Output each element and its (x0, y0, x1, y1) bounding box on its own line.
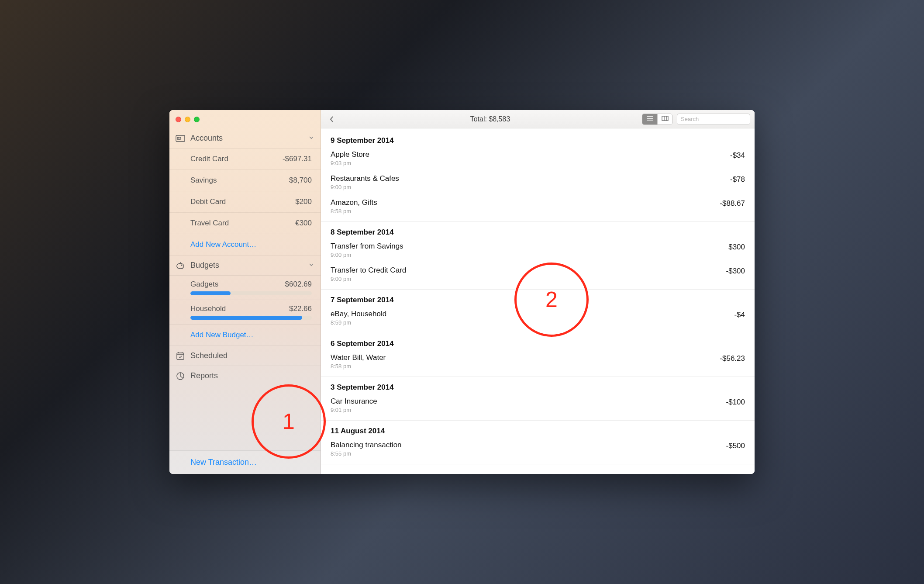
transaction-date-group: 9 September 2014Apple Store9:03 pm-$34Re… (321, 130, 755, 222)
window-close-button[interactable] (176, 117, 181, 122)
transaction-time: 8:59 pm (331, 319, 734, 326)
account-name: Travel Card (190, 219, 295, 228)
transaction-amount: -$56.23 (720, 354, 745, 363)
account-amount: -$697.31 (283, 155, 312, 163)
transaction-amount: -$4 (734, 311, 745, 319)
svg-text:$: $ (178, 137, 179, 139)
transaction-time: 9:00 pm (331, 184, 730, 190)
transaction-date-header: 9 September 2014 (331, 136, 745, 147)
transaction-title: Water Bill, Water (331, 353, 720, 362)
sidebar-section-budgets[interactable]: Budgets (169, 256, 321, 276)
transaction-date-group: 11 August 2014Balancing transaction8:55 … (321, 421, 755, 464)
chevron-down-icon (308, 134, 314, 143)
toolbar: Total: $8,583 (321, 110, 755, 128)
window-titlebar (169, 110, 321, 128)
budget-name: Gadgets (190, 280, 285, 289)
transaction-row[interactable]: eBay, Household8:59 pm-$4 (331, 306, 745, 330)
sidebar-account-item[interactable]: Savings$8,700 (169, 170, 321, 191)
account-name: Debit Card (190, 197, 295, 206)
account-amount: €300 (295, 219, 312, 228)
sidebar-section-budgets-label: Budgets (190, 261, 303, 270)
calendar-check-icon (176, 352, 185, 360)
account-amount: $200 (295, 197, 312, 206)
transaction-time: 9:00 pm (331, 252, 728, 258)
transaction-title: Restaurants & Cafes (331, 174, 730, 183)
sidebar-section-accounts-label: Accounts (190, 134, 303, 143)
sidebar: $ Accounts Credit Card-$697.31Savings$8,… (169, 110, 321, 474)
sidebar-section-accounts[interactable]: $ Accounts (169, 128, 321, 149)
search-input[interactable] (677, 114, 750, 125)
transaction-time: 8:58 pm (331, 208, 720, 214)
transaction-row[interactable]: Transfer from Savings9:00 pm$300 (331, 238, 745, 263)
account-name: Credit Card (190, 155, 283, 163)
transaction-row[interactable]: Transfer to Credit Card9:00 pm-$300 (331, 263, 745, 287)
transaction-date-header: 7 September 2014 (331, 296, 745, 306)
sidebar-account-item[interactable]: Debit Card$200 (169, 191, 321, 213)
add-budget-link[interactable]: Add New Budget… (169, 325, 321, 346)
toolbar-title: Total: $8,583 (343, 115, 638, 123)
pie-chart-icon (176, 372, 185, 380)
transaction-date-header: 3 September 2014 (331, 383, 745, 394)
transaction-date-header: 8 September 2014 (331, 228, 745, 238)
budget-progress-bar (190, 291, 312, 295)
back-button[interactable] (325, 114, 338, 125)
transaction-amount: -$300 (726, 267, 745, 276)
transaction-title: Apple Store (331, 150, 730, 159)
transaction-row[interactable]: Balancing transaction8:55 pm-$500 (331, 437, 745, 461)
transaction-amount: -$100 (726, 398, 745, 407)
transaction-row[interactable]: Car Insurance9:01 pm-$100 (331, 394, 745, 418)
list-icon (646, 116, 653, 122)
list-view-button[interactable] (642, 114, 657, 124)
wallet-icon: $ (176, 135, 185, 142)
transaction-list[interactable]: 9 September 2014Apple Store9:03 pm-$34Re… (321, 128, 755, 474)
transaction-date-header: 6 September 2014 (331, 339, 745, 350)
new-transaction-button[interactable]: New Transaction… (169, 450, 321, 474)
transaction-amount: $300 (728, 243, 745, 252)
window-minimize-button[interactable] (185, 117, 190, 122)
sidebar-section-reports[interactable]: Reports (169, 366, 321, 386)
main-pane: Total: $8,583 9 September 2014Apple Stor… (321, 110, 755, 474)
transaction-amount: -$78 (730, 175, 745, 184)
sidebar-content: $ Accounts Credit Card-$697.31Savings$8,… (169, 128, 321, 450)
transaction-amount: -$34 (730, 151, 745, 160)
account-amount: $8,700 (289, 176, 312, 185)
transaction-date-header: 11 August 2014 (331, 427, 745, 437)
sidebar-account-item[interactable]: Credit Card-$697.31 (169, 149, 321, 170)
svg-rect-7 (662, 116, 668, 121)
transaction-title: Car Insurance (331, 397, 726, 406)
sidebar-account-item[interactable]: Travel Card€300 (169, 213, 321, 234)
transaction-title: eBay, Household (331, 310, 734, 318)
transaction-row[interactable]: Water Bill, Water8:58 pm-$56.23 (331, 350, 745, 374)
budget-amount: $602.69 (285, 280, 312, 289)
transaction-time: 8:58 pm (331, 363, 720, 370)
transaction-time: 9:01 pm (331, 407, 726, 413)
transaction-title: Balancing transaction (331, 441, 726, 449)
svg-point-3 (177, 263, 184, 269)
transaction-time: 9:03 pm (331, 160, 730, 166)
app-window: $ Accounts Credit Card-$697.31Savings$8,… (169, 110, 755, 474)
add-account-link[interactable]: Add New Account… (169, 234, 321, 256)
sidebar-section-reports-label: Reports (190, 371, 314, 380)
sidebar-budget-item[interactable]: Household$22.66 (169, 300, 321, 325)
columns-icon (662, 116, 669, 122)
piggy-bank-icon (176, 262, 185, 270)
sidebar-section-scheduled[interactable]: Scheduled (169, 346, 321, 366)
budget-name: Household (190, 304, 289, 313)
account-name: Savings (190, 176, 289, 185)
sidebar-section-scheduled-label: Scheduled (190, 351, 314, 360)
transaction-date-group: 8 September 2014Transfer from Savings9:0… (321, 222, 755, 290)
transaction-row[interactable]: Amazon, Gifts8:58 pm-$88.67 (331, 195, 745, 219)
window-zoom-button[interactable] (194, 117, 200, 122)
transaction-row[interactable]: Apple Store9:03 pm-$34 (331, 147, 745, 171)
svg-rect-5 (177, 353, 184, 359)
sidebar-budget-item[interactable]: Gadgets$602.69 (169, 276, 321, 300)
transaction-title: Transfer to Credit Card (331, 266, 726, 275)
column-view-button[interactable] (657, 114, 672, 124)
budget-amount: $22.66 (289, 304, 312, 313)
transaction-date-group: 3 September 2014Car Insurance9:01 pm-$10… (321, 377, 755, 421)
transaction-amount: -$88.67 (720, 199, 745, 208)
svg-point-4 (181, 265, 182, 266)
chevron-down-icon (308, 261, 314, 270)
transaction-row[interactable]: Restaurants & Cafes9:00 pm-$78 (331, 171, 745, 195)
transaction-amount: -$500 (726, 442, 745, 450)
